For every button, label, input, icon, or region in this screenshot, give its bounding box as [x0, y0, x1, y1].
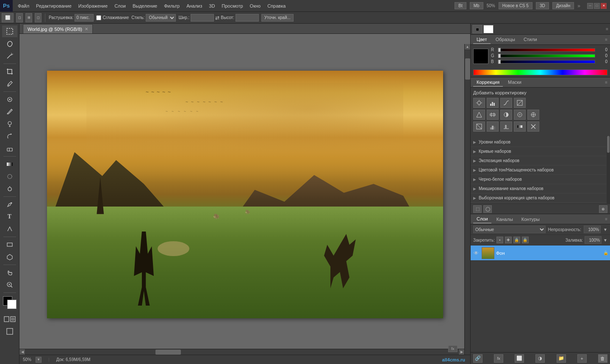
corr-levels-icon[interactable]	[487, 98, 499, 108]
spectrum-bar[interactable]	[473, 69, 607, 75]
styles-tab[interactable]: Стили	[520, 36, 541, 44]
corr-item-3[interactable]: ▶ Цветовой тон/Насыщенность наборов	[471, 165, 610, 175]
menu-3d[interactable]: 3D	[205, 2, 218, 10]
fill-input[interactable]	[585, 236, 602, 244]
color-panel-collapse[interactable]: ≡	[605, 37, 607, 42]
tool-blur[interactable]	[2, 171, 17, 182]
menu-edit[interactable]: Редактирование	[33, 2, 75, 10]
tool-gradient[interactable]	[2, 158, 17, 170]
lock-extra-icon[interactable]: 🔒	[522, 237, 529, 243]
correction-tab[interactable]: Коррекция	[473, 78, 503, 87]
scroll-thumb-horizontal[interactable]	[155, 350, 181, 355]
maximize-button[interactable]: □	[594, 3, 600, 9]
new-cs5-button[interactable]: Новое в CS 5	[499, 2, 532, 9]
style-select[interactable]: Обычный	[146, 14, 176, 22]
masks-tab[interactable]: Маски	[505, 78, 525, 87]
corr-item-4[interactable]: ▶ Черно-белое наборов	[471, 175, 610, 184]
refine-edge-button[interactable]: Уточн. край...	[261, 14, 294, 22]
corr-exposure-icon[interactable]	[514, 98, 526, 108]
corr-invert-icon[interactable]	[473, 121, 485, 132]
menu-analysis[interactable]: Анализ	[183, 2, 205, 10]
tool-3d[interactable]	[2, 251, 17, 263]
minimize-button[interactable]: ─	[587, 3, 593, 9]
tool-brush[interactable]	[2, 106, 17, 118]
color-swatch-white[interactable]	[483, 25, 494, 33]
layers-tab-paths[interactable]: Контуры	[518, 215, 543, 223]
layer-fx-button[interactable]: fx	[494, 354, 503, 363]
r-slider[interactable]	[498, 48, 595, 52]
panels-collapse-icon[interactable]: ≡	[606, 27, 608, 31]
design-button[interactable]: Дизайн	[552, 2, 574, 9]
opacity-arrow[interactable]: ▼	[603, 227, 607, 232]
corr-curves-icon[interactable]	[500, 98, 512, 108]
tool-rectangle[interactable]	[2, 239, 17, 251]
menu-image[interactable]: Изображение	[75, 2, 111, 10]
lock-pixels-icon[interactable]: ▪	[496, 237, 503, 243]
corr-hsl-icon[interactable]	[487, 110, 499, 120]
scroll-thumb-vertical[interactable]	[465, 58, 470, 80]
horizontal-scrollbar[interactable]: ◀ ▶	[19, 349, 464, 355]
scroll-right-button[interactable]: ▶	[458, 349, 464, 355]
corr-channelmix-icon[interactable]	[527, 110, 539, 120]
scroll-left-button[interactable]: ◀	[19, 349, 25, 355]
corr-item-0[interactable]: ▶ Уровни наборов	[471, 138, 610, 147]
tool-wand[interactable]	[2, 50, 17, 62]
menu-window[interactable]: Окно	[247, 2, 264, 10]
tool-screen-mode[interactable]	[2, 325, 17, 337]
close-button[interactable]: ✕	[601, 3, 607, 9]
tool-pen[interactable]	[2, 199, 17, 210]
opacity-input[interactable]	[584, 226, 601, 233]
menu-view[interactable]: Просмотр	[218, 2, 246, 10]
tool-eyedropper[interactable]	[2, 78, 17, 90]
fx-button[interactable]: fx	[448, 345, 458, 352]
corr-vibrance-icon[interactable]	[473, 110, 485, 120]
b-slider[interactable]	[498, 60, 595, 63]
corr-posterize-icon[interactable]	[487, 121, 499, 132]
tool-text[interactable]: T	[2, 211, 17, 223]
feather-input[interactable]	[75, 14, 94, 22]
tool-eraser[interactable]	[2, 143, 17, 154]
canvas-tab-world[interactable]: World.jpg @ 50% (RGB/8) ✕	[23, 24, 93, 33]
correction-scroll-handle[interactable]	[607, 136, 610, 153]
menu-help[interactable]: Справка	[264, 2, 289, 10]
scroll-up-button[interactable]: ▲	[465, 44, 471, 50]
tool-history-brush[interactable]	[2, 130, 17, 142]
width-input[interactable]	[191, 14, 214, 22]
corr-selective-color-icon[interactable]	[527, 121, 539, 132]
lock-all-icon[interactable]: 🔒	[513, 237, 520, 243]
layer-link-button[interactable]: 🔗	[473, 354, 482, 363]
correction-panel-collapse[interactable]: ≡	[605, 80, 607, 85]
tool-path-selection[interactable]	[2, 223, 17, 235]
corr-footer-icon1[interactable]: ⬚	[473, 205, 482, 213]
fill-arrow[interactable]: ▼	[603, 238, 607, 243]
layers-tab-channels[interactable]: Каналы	[493, 215, 516, 223]
menu-more-icon[interactable]: »	[577, 3, 580, 9]
layer-mask-button[interactable]: ⬜	[515, 354, 524, 363]
layers-panel-collapse[interactable]: ≡	[605, 217, 607, 221]
layer-delete-button[interactable]: 🗑	[598, 354, 607, 363]
corr-photofilter-icon[interactable]	[514, 110, 526, 120]
tool-marquee[interactable]	[2, 25, 17, 37]
menu-layers[interactable]: Слои	[111, 2, 129, 10]
antialias-checkbox[interactable]	[96, 15, 101, 20]
blend-mode-select[interactable]: Обычные	[473, 226, 546, 233]
background-color[interactable]	[7, 300, 17, 309]
corr-item-5[interactable]: ▶ Микширование каналов наборов	[471, 184, 610, 193]
layer-item-0[interactable]: 👁 Фон 🔒	[471, 245, 610, 261]
layer-visibility-icon[interactable]: 👁	[472, 249, 480, 257]
color-preview[interactable]	[473, 49, 488, 64]
corr-brightness-icon[interactable]	[473, 98, 485, 108]
layer-adjustment-button[interactable]: ◑	[535, 354, 545, 363]
corr-threshold-icon[interactable]	[500, 121, 512, 132]
tool-quick-mask[interactable]	[2, 313, 17, 325]
g-slider[interactable]	[498, 54, 595, 58]
tool-clone[interactable]	[2, 118, 17, 130]
lock-move-icon[interactable]: ✚	[505, 237, 512, 243]
swatches-tab[interactable]: Образцы	[492, 36, 518, 44]
tool-hand[interactable]	[2, 267, 17, 279]
layer-new-button[interactable]: +	[577, 354, 587, 363]
tool-heal[interactable]	[2, 94, 17, 105]
correction-scrollbar[interactable]	[607, 136, 610, 204]
tool-lasso[interactable]	[2, 38, 17, 50]
corr-bw-icon[interactable]	[500, 110, 512, 120]
